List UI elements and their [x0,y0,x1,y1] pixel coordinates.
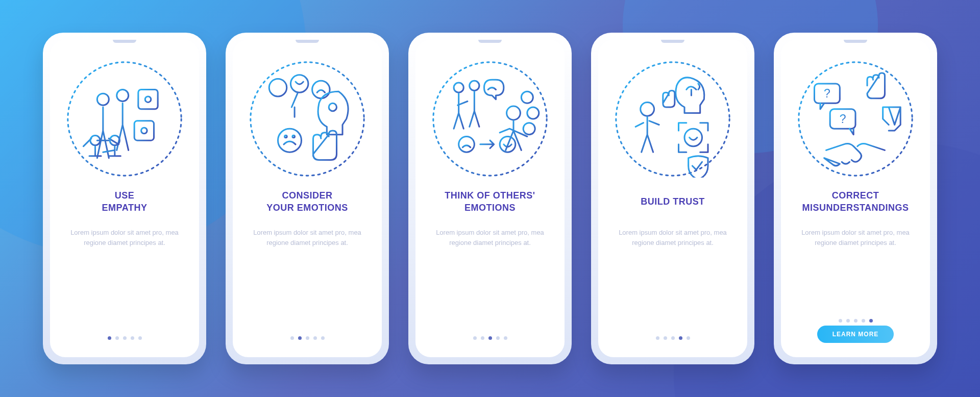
page-indicator [108,336,142,340]
svg-point-26 [616,62,729,176]
screen-title: BUILD TRUST [641,187,705,216]
svg-point-20 [507,106,521,120]
screen-body: Lorem ipsum dolor sit amet pro, mea regi… [246,228,369,328]
page-dot[interactable] [123,336,127,340]
page-dot[interactable] [108,336,111,340]
page-dot[interactable] [664,336,667,340]
page-indicator [839,319,873,322]
consider-emotions-icon [249,60,366,178]
onboarding-screen[interactable]: CONSIDER YOUR EMOTIONS Lorem ipsum dolor… [233,40,382,357]
svg-point-28 [684,129,702,146]
svg-text:?: ? [840,112,846,126]
screen-body: Lorem ipsum dolor sit amet pro, mea regi… [794,228,917,311]
screen-title: USE EMPATHY [102,187,148,216]
svg-text:?: ? [824,87,830,100]
onboarding-row: USE EMPATHY Lorem ipsum dolor sit amet p… [43,33,937,364]
page-indicator [656,336,690,340]
page-dot[interactable] [115,336,119,340]
screen-body: Lorem ipsum dolor sit amet pro, mea regi… [63,228,186,328]
phone-notch [478,40,502,43]
onboarding-phone: THINK OF OTHERS' EMOTIONS Lorem ipsum do… [408,33,572,364]
page-dot[interactable] [131,336,134,340]
onboarding-phone: ? ? CORRECT MISUNDERSTANDINGS Lorem ipsu… [774,33,937,364]
phone-notch [844,40,867,43]
screen-title: CORRECT MISUNDERSTANDINGS [802,187,909,216]
page-indicator [290,336,325,340]
page-dot[interactable] [138,336,142,340]
svg-point-6 [141,128,148,134]
onboarding-screen[interactable]: THINK OF OTHERS' EMOTIONS Lorem ipsum do… [415,40,565,357]
page-dot[interactable] [687,336,690,340]
svg-point-21 [521,91,533,103]
page-indicator [473,336,507,340]
page-dot[interactable] [869,319,873,322]
others-emotions-icon [431,60,549,178]
use-empathy-icon [66,60,183,178]
page-dot[interactable] [656,336,659,340]
phone-notch [661,40,684,43]
svg-point-13 [329,103,336,111]
svg-point-4 [145,96,151,103]
screen-title: CONSIDER YOUR EMOTIONS [266,187,348,216]
svg-point-2 [117,90,129,102]
svg-point-23 [523,123,535,135]
onboarding-phone: CONSIDER YOUR EMOTIONS Lorem ipsum dolor… [226,33,389,364]
page-dot[interactable] [473,336,477,340]
onboarding-screen[interactable]: BUILD TRUST Lorem ipsum dolor sit amet p… [598,40,747,357]
screen-body: Lorem ipsum dolor sit amet pro, mea regi… [429,228,551,328]
svg-point-1 [97,93,109,105]
svg-rect-5 [134,121,154,140]
svg-point-24 [459,137,475,153]
phone-notch [296,40,319,43]
page-dot[interactable] [839,319,842,322]
page-dot[interactable] [679,336,682,340]
page-dot[interactable] [481,336,484,340]
svg-point-18 [454,83,463,92]
phone-notch [113,40,136,43]
svg-point-22 [527,107,539,119]
onboarding-phone: USE EMPATHY Lorem ipsum dolor sit amet p… [43,33,206,364]
page-dot[interactable] [854,319,857,322]
onboarding-screen[interactable]: USE EMPATHY Lorem ipsum dolor sit amet p… [50,40,199,357]
svg-rect-3 [138,90,158,109]
page-dot[interactable] [862,319,865,322]
page-dot[interactable] [313,336,317,340]
svg-point-14 [278,129,302,152]
svg-point-15 [285,135,287,138]
svg-point-27 [641,102,654,116]
svg-point-16 [292,135,295,138]
page-dot[interactable] [496,336,500,340]
screen-title: THINK OF OTHERS' EMOTIONS [445,187,535,216]
onboarding-phone: BUILD TRUST Lorem ipsum dolor sit amet p… [591,33,754,364]
screen-body: Lorem ipsum dolor sit amet pro, mea regi… [611,228,734,328]
page-dot[interactable] [298,336,302,340]
svg-point-19 [470,81,479,90]
page-dot[interactable] [488,336,492,340]
correct-misunderstandings-icon: ? ? [797,60,914,178]
build-trust-icon [614,60,731,178]
page-dot[interactable] [306,336,309,340]
page-dot[interactable] [671,336,675,340]
page-dot[interactable] [321,336,325,340]
onboarding-screen[interactable]: ? ? CORRECT MISUNDERSTANDINGS Lorem ipsu… [781,40,930,357]
svg-point-0 [68,62,181,176]
page-dot[interactable] [846,319,850,322]
page-dot[interactable] [290,336,294,340]
page-dot[interactable] [504,336,507,340]
learn-more-button[interactable]: LEARN MORE [817,326,894,343]
